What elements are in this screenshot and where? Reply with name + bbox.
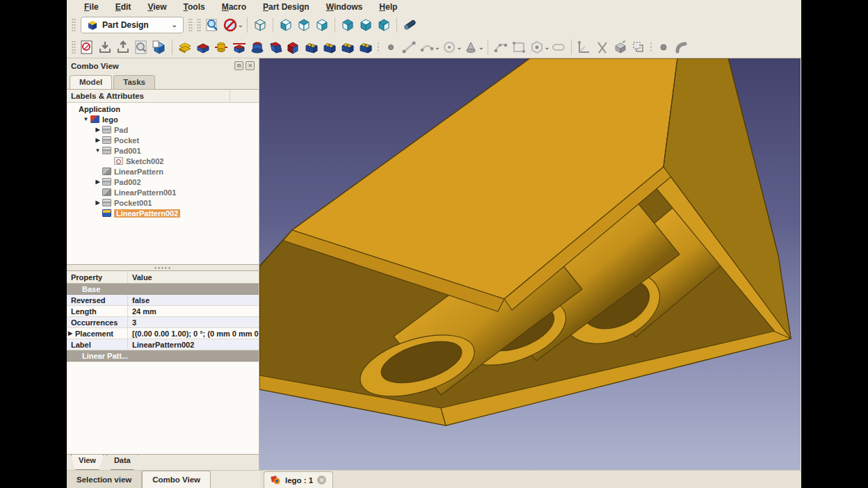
chamfer-icon[interactable] — [321, 38, 339, 56]
chevron-down-icon[interactable]: ⌄ — [457, 44, 463, 51]
point-symbol-icon[interactable] — [654, 38, 673, 56]
expand-closed-icon[interactable]: ▶ — [93, 127, 102, 133]
bottom-view-icon[interactable] — [357, 16, 375, 34]
expand-open-icon[interactable]: ▼ — [81, 116, 90, 122]
menu-part-design[interactable]: Part Design — [255, 1, 317, 13]
menu-edit[interactable]: Edit — [108, 1, 139, 13]
thickness-icon[interactable] — [357, 38, 375, 56]
panel-splitter[interactable] — [67, 265, 259, 270]
chevron-down-icon[interactable]: ⌄ — [435, 44, 440, 51]
tree-item-linearpattern001[interactable]: LinearPattern001 — [67, 187, 259, 197]
rear-view-icon[interactable] — [339, 16, 357, 34]
revolution-icon[interactable] — [212, 38, 230, 56]
dock-tab-selection-view[interactable]: Selection view — [67, 471, 142, 488]
property-row-placement[interactable]: ▶Placement[(0.00 0.00 1.00); 0 °; (0 mm … — [67, 328, 259, 339]
pad-icon[interactable] — [176, 38, 194, 56]
groove-icon[interactable] — [230, 38, 248, 56]
3d-viewport[interactable] — [259, 58, 801, 470]
map-sketch-icon[interactable] — [96, 38, 114, 56]
tab-tasks[interactable]: Tasks — [113, 75, 155, 89]
validate-sketch-icon[interactable] — [132, 38, 150, 56]
create-body-icon[interactable] — [150, 38, 168, 56]
close-document-icon[interactable]: ✕ — [317, 475, 326, 485]
chevron-down-icon[interactable]: ⌄ — [545, 44, 550, 51]
top-view-icon[interactable] — [295, 16, 313, 34]
external-geometry-icon[interactable] — [611, 38, 629, 56]
property-row-label[interactable]: LabelLinearPattern002 — [67, 339, 259, 350]
menu-macro[interactable]: Macro — [214, 1, 254, 13]
expand-open-icon[interactable]: ▼ — [93, 147, 102, 154]
tab-view[interactable]: View — [71, 455, 104, 470]
arc-tool-icon[interactable] — [418, 38, 436, 56]
property-row-length[interactable]: Length24 mm — [67, 306, 259, 317]
float-panel-icon[interactable]: ⧉ — [234, 61, 243, 70]
tree-item-pad001[interactable]: ▼Pad001 — [67, 145, 259, 156]
property-group-base[interactable]: Base — [67, 284, 259, 295]
additive-loft-icon[interactable] — [248, 38, 266, 56]
rectangle-tool-icon[interactable] — [510, 38, 528, 56]
circle-tool-icon[interactable] — [440, 38, 458, 56]
tree-item-linearpattern[interactable]: LinearPattern — [67, 166, 259, 177]
menu-windows[interactable]: Windows — [319, 1, 371, 13]
property-value[interactable]: false — [128, 296, 259, 304]
draft-icon[interactable] — [339, 38, 357, 56]
right-view-icon[interactable] — [313, 16, 331, 34]
front-view-icon[interactable] — [277, 16, 295, 34]
tab-data[interactable]: Data — [106, 455, 138, 470]
bspline-tool-icon[interactable] — [492, 38, 510, 56]
chevron-down-icon[interactable]: ⌄ — [479, 44, 484, 51]
tree-item-pocket001[interactable]: ▶Pocket001 — [67, 197, 259, 208]
property-value[interactable]: 24 mm — [128, 307, 259, 316]
dimension-tool-icon[interactable] — [575, 38, 593, 56]
tab-model[interactable]: Model — [70, 75, 112, 89]
boolean-icon[interactable] — [284, 38, 303, 56]
property-value[interactable]: 3 — [128, 318, 259, 327]
menu-file[interactable]: File — [77, 1, 106, 13]
tree-item-linearpattern002[interactable]: LinearPattern002 — [67, 208, 259, 218]
pocket-icon[interactable] — [194, 38, 212, 56]
expand-closed-icon[interactable]: ▶ — [93, 137, 102, 143]
dock-tab-combo-view[interactable]: Combo View — [142, 471, 211, 488]
property-row-reversed[interactable]: Reversedfalse — [67, 295, 259, 306]
measure-icon[interactable] — [401, 16, 419, 34]
trim-tool-icon[interactable] — [593, 38, 611, 56]
toolbar-drag-handle[interactable] — [197, 18, 201, 32]
expand-closed-icon[interactable]: ▶ — [93, 179, 102, 185]
left-view-icon[interactable] — [375, 16, 393, 34]
line-tool-icon[interactable] — [400, 38, 418, 56]
workbench-selector[interactable]: Part Design ⌄ — [81, 17, 184, 33]
tree-item-pocket[interactable]: ▶Pocket — [67, 135, 259, 145]
fillet-arc-icon[interactable] — [673, 38, 691, 56]
tree-item-pad[interactable]: ▶Pad — [67, 124, 259, 135]
property-value[interactable]: LinearPattern002 — [128, 341, 259, 349]
tree-item-sketch002[interactable]: Sketch002 — [67, 156, 259, 166]
expand-closed-icon[interactable]: ▶ — [68, 330, 75, 336]
primitive-tool-icon[interactable] — [462, 38, 480, 56]
tree-item-pad002[interactable]: ▶Pad002 — [67, 177, 259, 187]
toolbar-drag-handle[interactable] — [72, 40, 76, 54]
axonometric-view-icon[interactable] — [251, 16, 269, 34]
fit-all-icon[interactable] — [203, 16, 221, 34]
chevron-down-icon[interactable]: ⌄ — [238, 22, 243, 29]
additive-pipe-icon[interactable] — [266, 38, 284, 56]
menu-tools[interactable]: Tools — [176, 1, 213, 13]
polygon-tool-icon[interactable] — [528, 38, 546, 56]
expand-closed-icon[interactable]: ▶ — [93, 200, 102, 206]
toolbar-drag-handle[interactable] — [188, 18, 193, 32]
fillet-icon[interactable] — [303, 38, 321, 56]
menu-view[interactable]: View — [140, 1, 174, 13]
tree-item-lego[interactable]: ▼lego — [67, 114, 259, 124]
close-panel-icon[interactable]: ✕ — [246, 61, 255, 70]
property-group-linear-patt-[interactable]: Linear Patt... — [67, 350, 259, 361]
point-tool-icon[interactable] — [382, 38, 400, 56]
toolbar-drag-handle[interactable] — [72, 18, 76, 32]
draw-style-icon[interactable] — [221, 16, 239, 34]
carbon-copy-icon[interactable] — [629, 38, 648, 56]
document-tab-lego[interactable]: lego : 1 ✕ — [264, 471, 333, 488]
slot-tool-icon[interactable] — [549, 38, 568, 56]
tree-item-application[interactable]: Application — [67, 104, 259, 114]
property-value[interactable]: [(0.00 0.00 1.00); 0 °; (0 mm 0 mm 0 ... — [128, 330, 259, 338]
property-row-occurrences[interactable]: Occurrences3 — [67, 317, 259, 328]
create-sketch-icon[interactable] — [78, 38, 96, 56]
menu-help[interactable]: Help — [371, 1, 405, 13]
